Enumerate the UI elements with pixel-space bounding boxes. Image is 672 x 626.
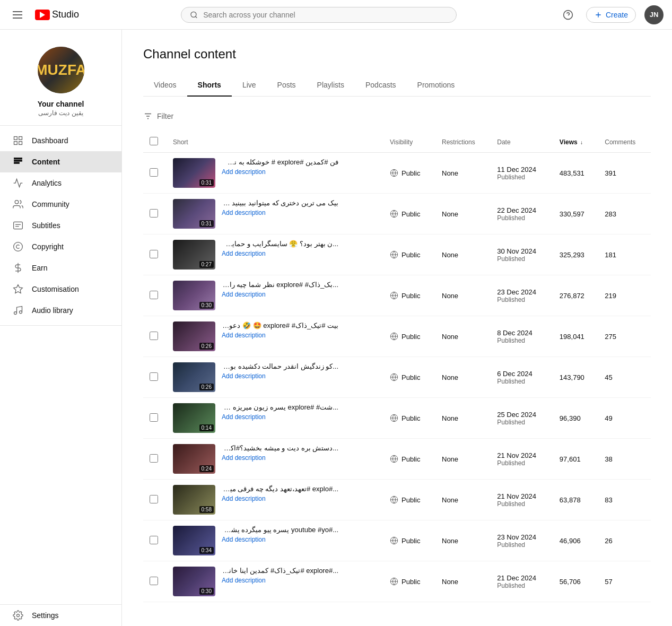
row-checkbox[interactable]: [150, 291, 158, 299]
thumbnail[interactable]: 0:26: [173, 362, 215, 392]
sidebar-item-subtitles[interactable]: Subtitles: [0, 215, 121, 236]
visibility-label: Public: [402, 292, 420, 300]
add-description-link[interactable]: Add description: [222, 577, 338, 584]
row-checkbox-cell[interactable]: [143, 520, 167, 561]
create-label: Create: [606, 11, 628, 19]
sidebar-label-community: Community: [32, 200, 69, 208]
row-checkbox[interactable]: [150, 168, 158, 177]
add-description-link[interactable]: Add description: [222, 454, 338, 462]
sidebar-item-customisation[interactable]: Customisation: [0, 279, 121, 300]
menu-toggle[interactable]: [8, 7, 27, 23]
row-checkbox-cell[interactable]: [143, 561, 167, 602]
svg-point-0: [191, 12, 196, 17]
tab-posts[interactable]: Posts: [267, 74, 307, 97]
settings-section: Settings: [0, 604, 121, 619]
filter-icon[interactable]: [143, 111, 153, 121]
sidebar-divider: [0, 325, 121, 326]
filter-label[interactable]: Filter: [157, 112, 173, 120]
date-status: Published: [497, 214, 547, 222]
thumbnail[interactable]: 0:27: [173, 240, 215, 269]
video-duration: 0:26: [199, 384, 214, 390]
sidebar-item-earn[interactable]: Earn: [0, 257, 121, 279]
visibility-label: Public: [402, 414, 420, 422]
tab-shorts[interactable]: Shorts: [187, 74, 232, 97]
row-checkbox-cell[interactable]: [143, 439, 167, 480]
main-content: Channel content Videos Shorts Live Posts…: [122, 30, 672, 619]
row-checkbox[interactable]: [150, 454, 158, 463]
channel-avatar[interactable]: MUZFA: [38, 47, 84, 93]
create-button[interactable]: Create: [586, 7, 636, 23]
thumbnail[interactable]: 0:26: [173, 321, 215, 351]
thumbnail[interactable]: 0:31: [173, 199, 215, 229]
add-description-link[interactable]: Add description: [222, 495, 338, 502]
thumbnail[interactable]: 0:31: [173, 158, 215, 188]
yt-logo-icon: [35, 10, 50, 20]
add-description-link[interactable]: Add description: [222, 536, 338, 543]
row-checkbox[interactable]: [150, 577, 158, 585]
tab-videos[interactable]: Videos: [143, 74, 187, 97]
globe-icon: [390, 332, 398, 341]
add-description-link[interactable]: Add description: [222, 332, 338, 339]
sidebar-item-analytics[interactable]: Analytics: [0, 172, 121, 194]
select-all-header[interactable]: [143, 132, 167, 153]
avatar[interactable]: JN: [644, 5, 664, 24]
youtube-logo: Studio: [35, 9, 79, 20]
row-checkbox-cell[interactable]: [143, 194, 167, 234]
sidebar-item-settings[interactable]: Settings: [0, 605, 121, 619]
row-checkbox[interactable]: [150, 209, 158, 218]
visibility-cell: Public: [383, 194, 435, 234]
row-checkbox[interactable]: [150, 536, 158, 544]
row-checkbox-cell[interactable]: [143, 398, 167, 439]
date-cell: 23 Dec 2024 Published: [491, 275, 553, 316]
col-header-views[interactable]: Views ↓: [553, 132, 598, 153]
thumbnail[interactable]: 0:58: [173, 485, 215, 515]
tab-promotions[interactable]: Promotions: [407, 74, 466, 97]
add-description-link[interactable]: Add description: [222, 168, 338, 176]
row-checkbox[interactable]: [150, 332, 158, 340]
visibility-cell: Public: [383, 398, 435, 439]
sidebar-item-dashboard[interactable]: Dashboard: [0, 130, 121, 151]
sidebar-item-community[interactable]: Community: [0, 194, 121, 215]
row-checkbox[interactable]: [150, 372, 158, 381]
add-description-link[interactable]: Add description: [222, 209, 338, 216]
row-checkbox[interactable]: [150, 495, 158, 503]
sidebar-label-copyright: Copyright: [32, 242, 64, 251]
sidebar-item-audio-library[interactable]: Audio library: [0, 300, 121, 321]
community-icon: [13, 199, 23, 210]
row-checkbox[interactable]: [150, 413, 158, 422]
row-checkbox-cell[interactable]: [143, 275, 167, 316]
sidebar-item-content[interactable]: Content: [0, 151, 121, 172]
visibility-cell: Public: [383, 275, 435, 316]
row-checkbox-cell[interactable]: [143, 357, 167, 398]
thumbnail[interactable]: 0:30: [173, 281, 215, 310]
tab-podcasts[interactable]: Podcasts: [355, 74, 407, 97]
thumbnail[interactable]: 0:34: [173, 526, 215, 555]
search-input[interactable]: [203, 11, 448, 19]
tab-playlists[interactable]: Playlists: [307, 74, 355, 97]
row-checkbox-cell[interactable]: [143, 153, 167, 194]
thumbnail[interactable]: 0:14: [173, 403, 215, 433]
short-title: ...#explore #تیک_ذاک# کمدین اینا خانواده…: [222, 567, 338, 575]
svg-point-18: [20, 311, 22, 314]
row-checkbox-cell[interactable]: [143, 316, 167, 357]
add-description-link[interactable]: Add description: [222, 372, 338, 380]
customisation-icon: [13, 284, 23, 294]
tab-live[interactable]: Live: [232, 74, 267, 97]
date-value: 30 Nov 2024: [497, 247, 547, 255]
sidebar-item-copyright[interactable]: Copyright: [0, 236, 121, 257]
thumbnail[interactable]: 0:30: [173, 567, 215, 596]
svg-rect-10: [14, 162, 20, 164]
row-checkbox-cell[interactable]: [143, 234, 167, 275]
views-cell: 483,531: [553, 153, 598, 194]
row-checkbox[interactable]: [150, 250, 158, 258]
comments-cell: 283: [598, 194, 651, 234]
comments-cell: 45: [598, 357, 651, 398]
select-all-checkbox[interactable]: [150, 137, 158, 145]
add-description-link[interactable]: Add description: [222, 413, 338, 421]
sidebar-label-settings: Settings: [32, 611, 59, 619]
row-checkbox-cell[interactable]: [143, 480, 167, 520]
add-description-link[interactable]: Add description: [222, 291, 338, 298]
help-button[interactable]: [558, 5, 578, 24]
thumbnail[interactable]: 0:24: [173, 444, 215, 474]
add-description-link[interactable]: Add description: [222, 250, 338, 257]
